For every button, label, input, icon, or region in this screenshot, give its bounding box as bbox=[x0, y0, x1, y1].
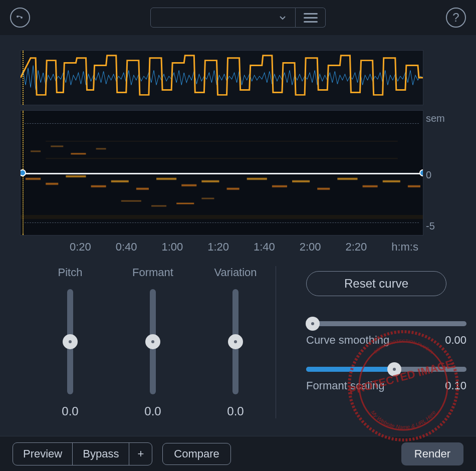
time-tick: 1:00 bbox=[161, 241, 183, 254]
time-tick: 0:40 bbox=[116, 241, 137, 254]
y-unit-label: sem bbox=[426, 113, 445, 124]
svg-rect-15 bbox=[317, 188, 330, 190]
time-axis: 0:20 0:40 1:00 1:20 1:40 2:00 2:20 h:m:s bbox=[20, 241, 423, 254]
right-controls: Reset curve Curve smoothing 0.00 Formant bbox=[276, 266, 466, 418]
pitch-value: 0.0 bbox=[62, 404, 78, 418]
svg-rect-6 bbox=[111, 180, 129, 182]
time-tick: 2:00 bbox=[300, 241, 321, 254]
svg-rect-9 bbox=[181, 184, 196, 186]
y-axis-labels: sem 0 -5 bbox=[426, 50, 456, 254]
formant-scaling-block: Formant scaling 0.10 bbox=[306, 367, 466, 392]
svg-rect-8 bbox=[156, 178, 176, 180]
svg-rect-18 bbox=[383, 180, 400, 182]
svg-rect-30 bbox=[46, 158, 398, 159]
svg-rect-19 bbox=[408, 185, 420, 187]
formant-scaling-slider[interactable] bbox=[306, 367, 466, 372]
graph-area: sem 0 -5 0:20 0:40 1:00 1:20 1:40 2:00 2… bbox=[20, 50, 423, 254]
svg-rect-10 bbox=[201, 180, 219, 182]
preview-button[interactable]: Preview bbox=[13, 443, 73, 465]
hamburger-line bbox=[304, 17, 318, 19]
svg-rect-16 bbox=[337, 178, 357, 180]
svg-rect-28 bbox=[21, 215, 423, 219]
svg-rect-22 bbox=[71, 153, 86, 154]
time-tick: 0:20 bbox=[70, 241, 91, 254]
svg-rect-3 bbox=[46, 183, 58, 185]
formant-scaling-value: 0.10 bbox=[445, 379, 466, 392]
curve-smoothing-slider[interactable] bbox=[306, 321, 466, 326]
pitch-editor[interactable] bbox=[20, 110, 423, 236]
variation-value: 0.0 bbox=[227, 404, 244, 418]
bypass-button[interactable]: Bypass bbox=[73, 443, 129, 465]
grid-line bbox=[25, 222, 419, 223]
time-tick: 2:20 bbox=[345, 241, 367, 254]
curve-smoothing-value: 0.00 bbox=[445, 334, 466, 347]
hamburger-line bbox=[304, 21, 318, 23]
curve-smoothing-label: Curve smoothing bbox=[306, 334, 389, 347]
waveform-svg bbox=[21, 51, 423, 105]
main-area: sem 0 -5 0:20 0:40 1:00 1:20 1:40 2:00 2… bbox=[0, 35, 476, 418]
svg-rect-20 bbox=[31, 150, 41, 152]
variation-slider: Variation 0.0 bbox=[210, 266, 261, 418]
header-center bbox=[30, 8, 446, 28]
curve-handle-right[interactable] bbox=[419, 169, 423, 176]
compare-button[interactable]: Compare bbox=[162, 443, 230, 465]
preset-dropdown[interactable] bbox=[150, 8, 296, 28]
variation-slider-track[interactable] bbox=[232, 289, 239, 394]
preview-group: Preview Bypass + bbox=[13, 442, 152, 465]
pitch-slider: Pitch 0.0 bbox=[45, 266, 95, 418]
menu-button[interactable] bbox=[296, 8, 326, 28]
waveform-overview[interactable] bbox=[20, 50, 423, 105]
time-tick: 1:40 bbox=[254, 241, 275, 254]
formant-slider-track[interactable] bbox=[150, 289, 156, 394]
grid-line bbox=[25, 123, 419, 124]
svg-rect-12 bbox=[247, 178, 267, 180]
formant-value: 0.0 bbox=[144, 404, 161, 418]
pitch-slider-thumb[interactable] bbox=[63, 334, 78, 349]
svg-rect-26 bbox=[176, 203, 194, 204]
svg-rect-29 bbox=[46, 141, 398, 142]
variation-label: Variation bbox=[214, 266, 257, 279]
svg-rect-7 bbox=[136, 188, 149, 190]
pitch-curve-line[interactable] bbox=[21, 173, 423, 174]
svg-rect-24 bbox=[121, 200, 141, 202]
curve-smoothing-thumb[interactable] bbox=[306, 317, 320, 331]
hamburger-line bbox=[304, 13, 318, 15]
time-unit: h:m:s bbox=[391, 241, 418, 254]
svg-rect-14 bbox=[292, 180, 310, 182]
app-logo-icon[interactable] bbox=[10, 8, 30, 28]
formant-slider-thumb[interactable] bbox=[145, 334, 160, 349]
speech-bubble-icon bbox=[14, 12, 26, 24]
formant-scaling-thumb[interactable] bbox=[387, 362, 401, 376]
pitch-slider-track[interactable] bbox=[67, 289, 73, 394]
slider-fill bbox=[306, 367, 394, 372]
time-tick: 1:20 bbox=[207, 241, 229, 254]
svg-rect-21 bbox=[51, 145, 63, 147]
svg-rect-11 bbox=[227, 188, 240, 190]
help-button[interactable]: ? bbox=[446, 8, 466, 28]
controls-row: Pitch 0.0 Formant 0.0 Variation 0.0 bbox=[20, 266, 456, 418]
formant-slider: Formant 0.0 bbox=[128, 266, 178, 418]
svg-rect-25 bbox=[151, 205, 166, 206]
svg-rect-13 bbox=[272, 185, 287, 187]
render-button[interactable]: Render bbox=[401, 442, 463, 465]
variation-slider-thumb[interactable] bbox=[228, 334, 243, 349]
pitch-label: Pitch bbox=[58, 266, 83, 279]
svg-rect-23 bbox=[96, 148, 106, 149]
y-zero-label: 0 bbox=[426, 169, 431, 181]
reset-curve-button[interactable]: Reset curve bbox=[306, 271, 446, 296]
curve-smoothing-block: Curve smoothing 0.00 bbox=[306, 321, 466, 347]
svg-rect-2 bbox=[26, 178, 41, 180]
svg-rect-4 bbox=[66, 175, 86, 177]
help-glyph: ? bbox=[452, 11, 459, 25]
chevron-down-icon bbox=[278, 13, 288, 23]
y-low-label: -5 bbox=[426, 220, 435, 232]
svg-rect-17 bbox=[363, 185, 378, 187]
vertical-sliders-group: Pitch 0.0 Formant 0.0 Variation 0.0 bbox=[20, 266, 276, 418]
playhead-marker[interactable] bbox=[23, 51, 24, 105]
add-button[interactable]: + bbox=[129, 443, 152, 465]
svg-rect-27 bbox=[201, 198, 214, 199]
formant-scaling-label: Formant scaling bbox=[306, 379, 385, 392]
svg-rect-5 bbox=[91, 185, 106, 187]
formant-label: Formant bbox=[132, 266, 173, 279]
top-bar: ? bbox=[0, 0, 476, 35]
